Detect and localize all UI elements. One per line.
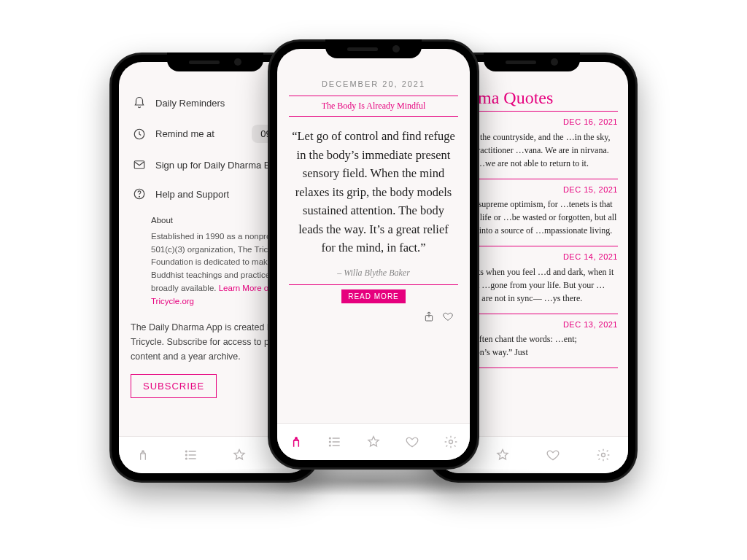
subscribe-button[interactable]: SUBSCRIBE [131,374,217,398]
clock-icon [132,127,147,141]
gear-icon[interactable] [595,447,611,463]
gear-icon[interactable] [443,434,459,450]
svg-point-12 [330,441,331,443]
star-icon[interactable] [365,434,382,450]
star-icon[interactable] [231,447,247,463]
svg-point-13 [330,445,331,446]
read-more-button[interactable]: READ MORE [341,289,406,303]
quote-title: The Body Is Already Mindful [289,101,458,112]
notch [325,39,422,58]
list-icon[interactable] [327,434,343,450]
bell-icon [132,96,147,110]
heart-icon[interactable] [442,311,454,322]
notch [167,52,263,71]
quote-body: “Let go of control and find refuge in th… [290,127,457,257]
remind-at-label: Remind me at [155,128,214,139]
home-icon[interactable] [135,447,151,463]
help-label: Help and Support [155,189,229,200]
shadow [102,467,642,496]
tab-bar [277,423,470,460]
notch [484,52,580,71]
svg-point-5 [186,451,187,452]
help-icon [132,187,147,201]
svg-point-8 [601,454,605,457]
star-icon[interactable] [495,447,511,463]
share-icon[interactable] [423,311,435,322]
phone-today: DECEMBER 20, 2021 The Body Is Already Mi… [268,39,479,470]
mail-icon [132,158,147,172]
svg-point-3 [139,196,140,197]
list-icon[interactable] [183,447,199,463]
heart-icon[interactable] [404,434,420,450]
svg-point-7 [186,458,187,459]
heart-icon[interactable] [545,447,561,463]
svg-point-14 [449,440,452,444]
svg-point-6 [186,454,187,456]
quote-author: – Willa Blythe Baker [289,268,458,279]
quote-date: DECEMBER 20, 2021 [289,79,458,88]
daily-reminders-label: Daily Reminders [155,98,225,109]
home-icon[interactable] [288,434,304,450]
svg-point-11 [330,438,331,439]
